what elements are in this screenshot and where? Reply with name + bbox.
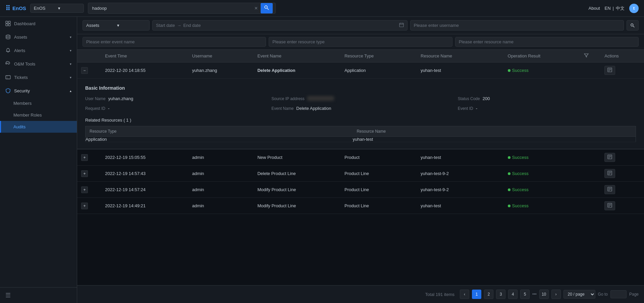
sidebar-subitem-member-roles[interactable]: Member Roles [0, 109, 77, 121]
sidebar-item-security[interactable]: Security ▴ [0, 84, 77, 97]
global-search-input[interactable] [91, 4, 253, 13]
category-selector[interactable]: Assets ▾ [83, 20, 150, 31]
result-text: Success [512, 171, 529, 176]
layout: Dashboard Assets ▾ Alerts ▾ [0, 17, 644, 303]
menu-icon[interactable]: ☰ [5, 292, 11, 299]
page-5-button[interactable]: 5 [520, 290, 530, 299]
lang-switcher: EN | 中文 [605, 5, 625, 11]
expand-button[interactable]: + [81, 154, 88, 161]
goto-input[interactable] [610, 290, 627, 298]
sidebar-item-alerts[interactable]: Alerts ▾ [0, 44, 77, 57]
chevron-right-icon: ▾ [70, 35, 71, 39]
next-page-button[interactable]: › [551, 290, 561, 299]
resource-name-input[interactable] [455, 37, 639, 47]
username-cell: admin [188, 198, 254, 214]
detail-panel: Basic Information User Name yuhan.zhang … [77, 79, 644, 149]
result-cell: Success [504, 198, 580, 214]
related-resources-title: Related Resources ( 1 ) [85, 118, 636, 123]
page-4-button[interactable]: 4 [508, 290, 518, 299]
expand-cell: + [77, 149, 101, 166]
detail-icon [607, 171, 612, 175]
audit-table-wrap: Event Time Username Event Name Resource … [77, 50, 644, 285]
related-name-cell: yuhan-test [353, 137, 636, 142]
page-2-button[interactable]: 2 [484, 290, 493, 299]
view-detail-button[interactable] [604, 153, 615, 162]
sidebar-bottom: ☰ [0, 287, 77, 303]
audit-table: Event Time Username Event Name Resource … [77, 50, 644, 214]
sidebar-subitem-members[interactable]: Members [0, 97, 77, 109]
sidebar-subitem-audits[interactable]: Audits [0, 121, 77, 133]
sidebar-item-om-content: O&M Tools [5, 61, 35, 67]
search-button[interactable] [261, 3, 273, 13]
sidebar-item-tickets-content: Tickets [5, 75, 28, 80]
filter-col-cell [580, 149, 601, 166]
per-page-selector[interactable]: 20 / page 50 / page 100 / page [564, 290, 595, 299]
filter-bar-row1: Assets ▾ Start date → End date [77, 17, 644, 34]
grid-icon [5, 21, 11, 26]
view-detail-button[interactable] [604, 169, 615, 178]
view-detail-button[interactable] [604, 201, 615, 210]
expand-button[interactable]: + [81, 170, 88, 177]
sidebar-item-dashboard[interactable]: Dashboard [0, 17, 77, 30]
success-badge: Success [508, 187, 576, 192]
chevron-icon-tickets: ▾ [70, 76, 71, 79]
sidebar-item-security-content: Security [5, 88, 30, 93]
security-submenu: Members Member Roles Audits [0, 97, 77, 133]
view-detail-button[interactable] [604, 66, 615, 75]
pagination: Total 191 items ‹ 1 2 3 4 5 ••• 10 › 20 … [77, 285, 644, 303]
prev-page-button[interactable]: ‹ [460, 290, 469, 299]
event-id-value: - [476, 106, 477, 111]
resource-type-cell: Product Line [340, 182, 417, 198]
success-badge: Success [508, 203, 576, 208]
user-name-field: User Name yuhan.zhang [85, 96, 263, 101]
member-roles-label: Member Roles [13, 113, 42, 118]
filter-search-button[interactable] [627, 20, 639, 31]
th-operation-result: Operation Result [504, 50, 580, 62]
event-id-field: Event ID - [458, 106, 636, 111]
expand-button[interactable]: + [81, 203, 88, 209]
table-row: + 2022-12-19 15:05:55 admin New Product … [77, 149, 644, 166]
date-range-picker[interactable]: Start date → End date [152, 20, 408, 31]
th-filter-icon[interactable] [580, 50, 601, 62]
about-link[interactable]: About [589, 6, 600, 11]
avatar[interactable]: t [629, 4, 639, 13]
success-badge: Success [508, 155, 576, 160]
sidebar-item-tickets[interactable]: Tickets ▾ [0, 71, 77, 84]
svg-point-6 [6, 35, 10, 36]
sidebar-item-assets[interactable]: Assets ▾ [0, 30, 77, 44]
detail-icon [607, 203, 612, 208]
search-clear-icon[interactable]: ✕ [253, 4, 259, 12]
username-input[interactable] [410, 20, 624, 31]
expand-button[interactable]: + [81, 186, 88, 193]
chevron-icon-om: ▾ [70, 62, 71, 66]
page-1-button[interactable]: 1 [472, 290, 481, 299]
related-th-name: Resource Name [353, 126, 636, 137]
lang-en[interactable]: EN [605, 6, 611, 11]
status-code-value: 200 [483, 96, 490, 101]
basic-info-grid: User Name yuhan.zhang Source IP address [85, 96, 636, 111]
event-name-input[interactable] [83, 37, 266, 47]
expand-cell: + [77, 182, 101, 198]
filter-col-cell [580, 62, 601, 79]
collapse-button[interactable]: − [81, 67, 88, 74]
sidebar-item-om-tools[interactable]: O&M Tools ▾ [0, 57, 77, 71]
svg-rect-3 [8, 21, 10, 23]
request-id-value: - [108, 106, 109, 111]
svg-line-1 [267, 8, 269, 10]
env-selector[interactable]: EnOS ▾ [30, 4, 84, 13]
username-cell: admin [188, 149, 254, 166]
page-10-button[interactable]: 10 [539, 290, 549, 299]
lang-cn[interactable]: 中文 [616, 5, 625, 11]
chevron-down-icon: ▾ [58, 6, 80, 11]
expand-cell: + [77, 166, 101, 182]
table-row: + 2022-12-19 14:57:24 admin Modify Produ… [77, 182, 644, 198]
chevron-icon-security: ▴ [70, 89, 71, 93]
resource-type-input[interactable] [269, 37, 452, 47]
chevron-icon-alerts: ▾ [70, 49, 71, 52]
sidebar: Dashboard Assets ▾ Alerts ▾ [0, 17, 77, 303]
svg-rect-2 [6, 21, 8, 23]
page-3-button[interactable]: 3 [496, 290, 505, 299]
filter-bar-row2 [77, 34, 644, 50]
success-badge: Success [508, 171, 576, 176]
view-detail-button[interactable] [604, 185, 615, 194]
